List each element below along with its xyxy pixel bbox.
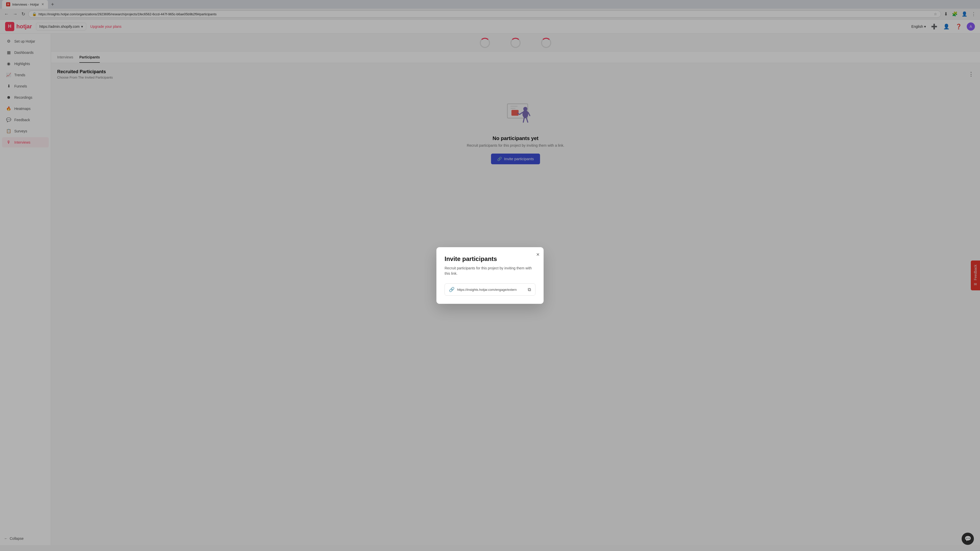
invite-participants-modal: × Invite participants Recruit participan… — [436, 247, 544, 304]
modal-close-button[interactable]: × — [536, 251, 539, 258]
invite-link-container: 🔗 https://insights.hotjar.com/engage/ext… — [445, 283, 535, 295]
copy-link-button[interactable]: ⧉ — [528, 287, 531, 292]
link-chain-icon: 🔗 — [449, 287, 455, 292]
modal-subtitle: Recruit participants for this project by… — [445, 265, 535, 276]
modal-title: Invite participants — [445, 256, 535, 262]
modal-overlay[interactable]: × Invite participants Recruit participan… — [0, 0, 980, 545]
invite-link-text: https://insights.hotjar.com/engage/exter… — [457, 288, 525, 292]
